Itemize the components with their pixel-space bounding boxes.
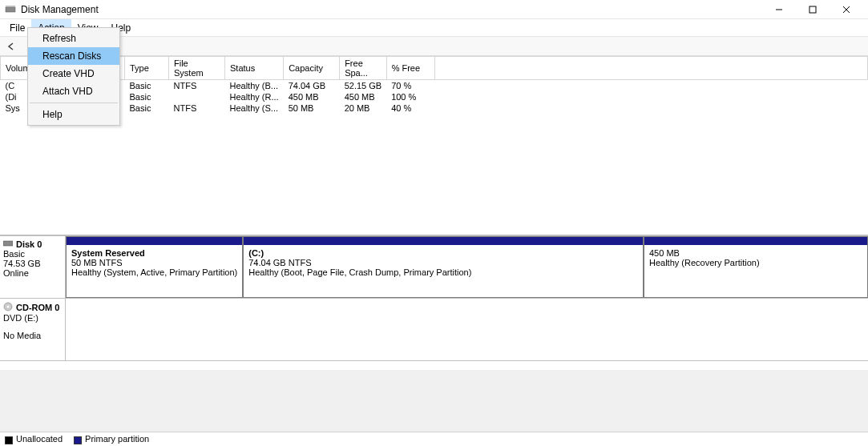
menu-attach-vhd[interactable]: Attach VHD (28, 82, 119, 100)
toolbar (0, 37, 868, 56)
action-dropdown: Refresh Rescan Disks Create VHD Attach V… (27, 27, 120, 126)
partition-header-bar (244, 237, 643, 245)
cell-free: 450 MB (340, 91, 386, 102)
cell-pct: 70 % (386, 80, 434, 92)
cell-capacity: 450 MB (284, 91, 340, 102)
menu-bar: File Action View Help (0, 19, 868, 37)
disk-label: Disk 0 Basic 74.53 GB Online (0, 236, 66, 298)
svg-point-8 (7, 306, 10, 308)
disk-state: Online (3, 268, 62, 278)
maximize-button[interactable] (796, 0, 830, 19)
partition[interactable]: 450 MB Healthy (Recovery Partition) (644, 236, 868, 298)
partition[interactable]: (C:) 74.04 GB NTFS Healthy (Boot, Page F… (243, 236, 644, 298)
partition-header-bar (644, 237, 867, 245)
svg-rect-3 (809, 6, 816, 13)
partition-line2: 50 MB NTFS (71, 258, 237, 267)
menu-separator (30, 102, 118, 103)
cdrom-icon (3, 302, 13, 313)
partition-line2: 74.04 GB NTFS (248, 258, 638, 267)
partition-line3: Healthy (Recovery Partition) (649, 258, 862, 267)
volume-list-pane: Volume Layout Type File System Status Ca… (0, 56, 868, 235)
cell-capacity: 74.04 GB (284, 80, 340, 92)
empty-area (0, 370, 868, 432)
table-header-row: Volume Layout Type File System Status Ca… (1, 57, 868, 80)
disk-name: CD-ROM 0 (3, 302, 62, 313)
disk-type: Basic (3, 249, 62, 259)
legend-bar: Unallocated Primary partition (0, 432, 868, 446)
partition-header-bar (67, 237, 242, 245)
cell-type: Basic (125, 80, 169, 92)
cell-type: Basic (125, 91, 169, 102)
partition-line3: Healthy (Boot, Page File, Crash Dump, Pr… (248, 267, 638, 277)
svg-rect-0 (6, 7, 15, 12)
content-area: Volume Layout Type File System Status Ca… (0, 56, 868, 432)
disk-graphical-pane: Disk 0 Basic 74.53 GB Online System Rese… (0, 235, 868, 370)
cell-free: 52.15 GB (340, 80, 386, 92)
disk-partitions (66, 299, 868, 360)
disk-size: 74.53 GB (3, 259, 62, 268)
disk-icon (3, 239, 13, 249)
legend-unallocated: Unallocated (5, 434, 63, 444)
partition-line3: Healthy (System, Active, Primary Partiti… (71, 267, 237, 277)
minimize-button[interactable] (762, 0, 796, 19)
app-icon (5, 4, 16, 15)
cell-fs (169, 91, 225, 102)
cell-pct: 40 % (386, 102, 434, 114)
cell-fs: NTFS (169, 80, 225, 92)
col-capacity[interactable]: Capacity (284, 57, 340, 80)
cell-capacity: 50 MB (284, 102, 340, 114)
table-row[interactable]: (Di Basic Healthy (R... 450 MB 450 MB 10… (1, 91, 868, 102)
cell-fs: NTFS (169, 102, 225, 114)
table-row[interactable]: Sys Basic NTFS Healthy (S... 50 MB 20 MB… (1, 102, 868, 114)
swatch-unallocated (5, 436, 13, 444)
cell-pct: 100 % (386, 91, 434, 102)
col-filesystem[interactable]: File System (169, 57, 225, 80)
partition-title: System Reserved (71, 248, 237, 258)
col-type[interactable]: Type (125, 57, 169, 80)
cdrom-drive: DVD (E:) (3, 313, 62, 323)
table-row[interactable]: (C Basic NTFS Healthy (B... 74.04 GB 52.… (1, 80, 868, 92)
disk-partitions: System Reserved 50 MB NTFS Healthy (Syst… (66, 236, 868, 298)
partition-line2: 450 MB (649, 248, 862, 258)
back-button[interactable] (3, 38, 19, 54)
cell-type: Basic (125, 102, 169, 114)
cell-status: Healthy (B... (225, 80, 284, 92)
disk-row[interactable]: Disk 0 Basic 74.53 GB Online System Rese… (0, 236, 868, 299)
cdrom-state: No Media (3, 331, 62, 340)
partition-title: (C:) (248, 248, 638, 258)
disk-name: Disk 0 (3, 239, 62, 249)
cell-free: 20 MB (340, 102, 386, 114)
window-title: Disk Management (21, 4, 99, 15)
cell-status: Healthy (R... (225, 91, 284, 102)
swatch-primary (74, 436, 82, 444)
volume-table: Volume Layout Type File System Status Ca… (0, 56, 868, 114)
col-filler (434, 57, 867, 80)
col-pctfree[interactable]: % Free (386, 57, 434, 80)
menu-rescan-disks[interactable]: Rescan Disks (28, 47, 119, 65)
svg-rect-1 (6, 6, 15, 7)
disk-row[interactable]: CD-ROM 0 DVD (E:) No Media (0, 299, 868, 361)
menu-create-vhd[interactable]: Create VHD (28, 65, 119, 82)
partition[interactable]: System Reserved 50 MB NTFS Healthy (Syst… (66, 236, 243, 298)
close-button[interactable] (830, 0, 863, 19)
menu-refresh[interactable]: Refresh (28, 30, 119, 47)
col-status[interactable]: Status (225, 57, 284, 80)
menu-help-item[interactable]: Help (28, 106, 119, 123)
window-controls (762, 0, 863, 19)
svg-rect-6 (3, 241, 13, 246)
title-bar: Disk Management (0, 0, 868, 19)
disk-label: CD-ROM 0 DVD (E:) No Media (0, 299, 66, 360)
cell-status: Healthy (S... (225, 102, 284, 114)
col-freespace[interactable]: Free Spa... (340, 57, 386, 80)
legend-primary: Primary partition (74, 434, 149, 444)
